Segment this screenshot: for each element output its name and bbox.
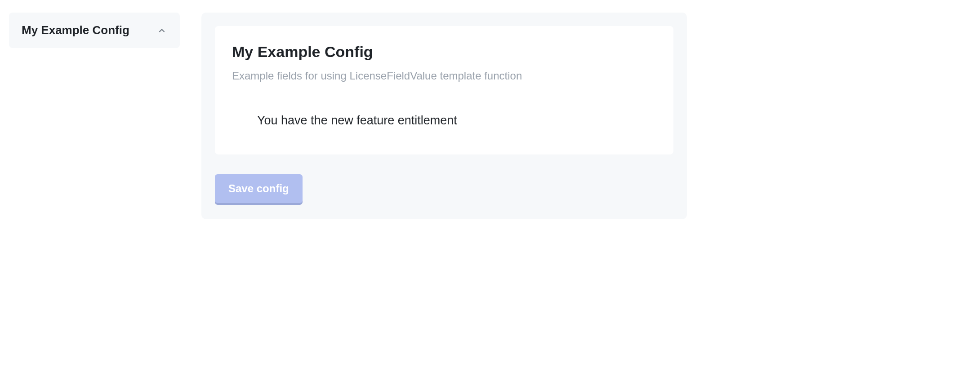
sidebar-item-config[interactable]: My Example Config [9, 13, 180, 48]
config-subtitle: Example fields for using LicenseFieldVal… [232, 70, 656, 82]
main-panel: My Example Config Example fields for usi… [201, 13, 687, 219]
actions-row: Save config [215, 174, 673, 203]
save-config-button[interactable]: Save config [215, 174, 303, 203]
entitlement-message: You have the new feature entitlement [257, 114, 656, 128]
sidebar-item-label: My Example Config [22, 23, 129, 37]
sidebar: My Example Config [9, 13, 180, 219]
config-layout: My Example Config My Example Config Exam… [9, 13, 971, 219]
config-card: My Example Config Example fields for usi… [215, 26, 673, 154]
config-title: My Example Config [232, 43, 656, 61]
chevron-up-icon [156, 25, 167, 36]
